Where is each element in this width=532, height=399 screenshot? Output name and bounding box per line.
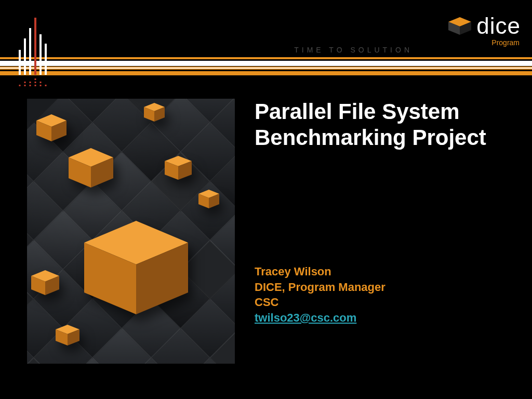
title-block: Parallel File System Benchmarking Projec…: [255, 99, 516, 150]
logo-subtext: Program: [491, 38, 520, 47]
bars-graphic-icon: [19, 7, 47, 75]
author-role: DICE, Program Manager: [255, 280, 511, 295]
author-email-link[interactable]: twilso23@csc.com: [255, 310, 511, 326]
logo-text: dice: [476, 15, 521, 37]
header-stripes: [0, 57, 532, 75]
slide-title: Parallel File System Benchmarking Projec…: [255, 99, 516, 150]
cube-icon: [448, 17, 471, 35]
cubes-artwork: [27, 99, 235, 364]
tagline-text: TIME TO SOLUTION: [294, 46, 413, 54]
author-org: CSC: [255, 295, 511, 310]
author-block: Tracey Wilson DICE, Program Manager CSC …: [255, 264, 511, 326]
author-name: Tracey Wilson: [255, 264, 511, 280]
slide-body: Parallel File System Benchmarking Projec…: [0, 77, 532, 399]
dice-logo: dice Program: [448, 15, 521, 47]
slide-header: TIME TO SOLUTION dice Program: [0, 0, 532, 77]
